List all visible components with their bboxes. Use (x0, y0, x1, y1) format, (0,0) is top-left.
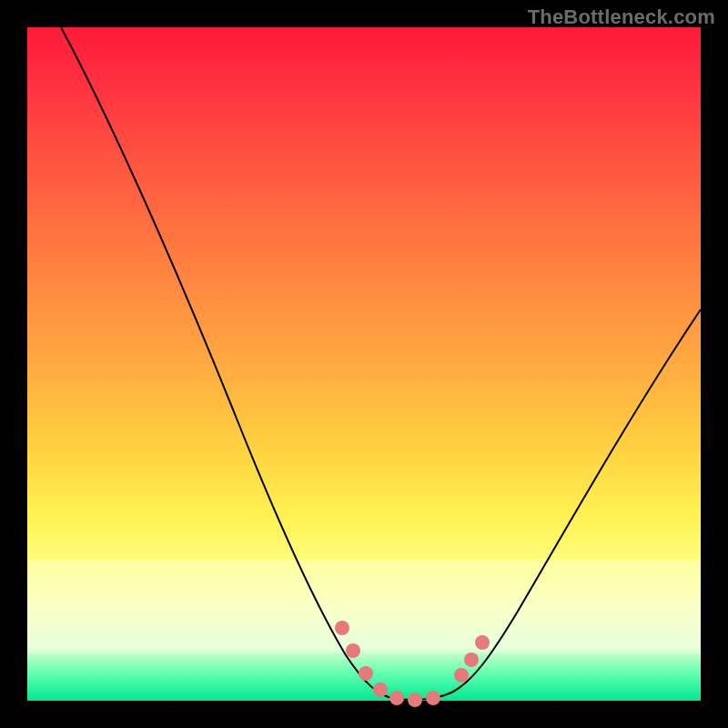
marker-dot (464, 652, 479, 667)
marker-dot (475, 635, 490, 650)
marker-dot (454, 668, 469, 682)
marker-dot (389, 691, 404, 705)
chart-stage: TheBottleneck.com (0, 0, 728, 728)
marker-dot (346, 643, 360, 658)
marker-dot (373, 682, 388, 697)
bottleneck-curve (61, 27, 701, 700)
marker-dot (335, 621, 349, 635)
plot-area (27, 27, 701, 701)
marker-dot (426, 691, 440, 705)
marker-group (335, 621, 490, 707)
watermark-text: TheBottleneck.com (528, 5, 715, 29)
marker-dot (408, 693, 422, 707)
curve-layer (27, 27, 701, 701)
marker-dot (359, 666, 373, 681)
